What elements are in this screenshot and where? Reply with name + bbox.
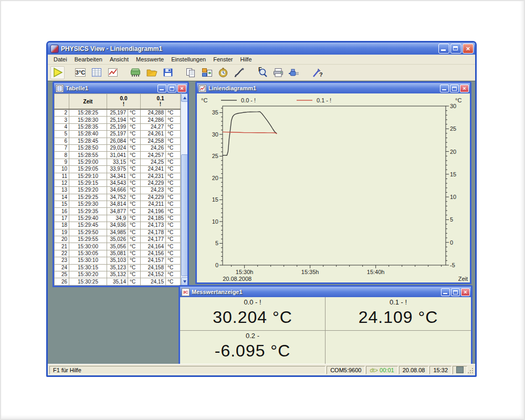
help-pointer-icon: ? (311, 67, 323, 78)
status-indicator-icon (456, 366, 464, 373)
channel1-header: 0.1! (141, 94, 181, 110)
channel-value: -6.095 °C (215, 340, 291, 362)
table-row: 1915:29:5034,985°C24,178°C (55, 229, 181, 236)
table-row: 1315:29:2034,666°C24,23°C (55, 187, 181, 194)
svg-text:Zeit: Zeit (458, 276, 468, 282)
table-icon (91, 67, 102, 78)
menu-item-fenster[interactable]: Fenster (209, 55, 236, 64)
scroll-thumb[interactable] (181, 154, 187, 276)
display-minimize-button[interactable] (441, 288, 450, 296)
scroll-up-button[interactable] (181, 93, 187, 102)
status-com-port: COM5:9600 (327, 366, 365, 374)
table-row: 815:28:5531,041°C24,257°C (55, 152, 181, 159)
chart-window-icon (198, 85, 206, 92)
chart-window-titlebar[interactable]: Liniendiagramm1 × (197, 83, 470, 93)
channel-label: 0.1 - ! (390, 298, 407, 306)
open-file-button[interactable] (144, 66, 159, 79)
chart-close-button[interactable]: × (460, 85, 469, 92)
connect-device-button[interactable] (287, 66, 301, 79)
scroll-track[interactable] (181, 102, 187, 277)
status-indicator (453, 366, 467, 374)
table-row: 2615:30:2535,14°C24,15°C (55, 278, 181, 286)
save-file-button[interactable] (161, 66, 175, 79)
menu-item-ansicht[interactable]: Ansicht (106, 55, 132, 64)
svg-text:0.0 - !: 0.0 - ! (241, 97, 256, 103)
table-row: 2115:30:0035,056°C24,164°C (55, 243, 181, 250)
status-time: 15:32 (429, 366, 452, 374)
zoom-icon: F (256, 67, 268, 78)
channel-label: 0.0 - ! (244, 298, 261, 306)
svg-text:5: 5 (450, 216, 453, 223)
export-icon (201, 67, 213, 78)
copy-button[interactable] (183, 66, 197, 79)
svg-text:35: 35 (212, 109, 218, 116)
resize-grip[interactable] (468, 366, 474, 374)
new-table-button[interactable] (89, 66, 103, 79)
menu-bar: DateiBearbeitenAnsichtMesswerteEinstellu… (48, 55, 475, 65)
context-help-button[interactable]: ? (310, 66, 324, 79)
svg-text:0.1 - !: 0.1 - ! (317, 97, 331, 103)
table-row: 1015:29:0533,975°C24,241°C (55, 166, 181, 173)
svg-text:?: ? (319, 71, 323, 78)
table-maximize-button[interactable] (167, 85, 176, 92)
new-measurement-display-button[interactable]: 3°C (73, 66, 87, 79)
table-minimize-button[interactable] (158, 85, 166, 92)
menu-item-hilfe[interactable]: Hilfe (237, 55, 256, 64)
display-window-title: Messwertanzeige1 (192, 289, 440, 295)
table-scrollbar[interactable] (181, 93, 187, 286)
module-icon (130, 67, 141, 78)
svg-text:10: 10 (212, 218, 218, 225)
probe-settings-button[interactable] (232, 66, 246, 79)
maximize-icon (452, 87, 457, 91)
table-window-title: Tabelle1 (66, 85, 156, 91)
arrow-up-icon (183, 97, 186, 99)
svg-text:30: 30 (450, 103, 456, 109)
table-close-button[interactable]: × (177, 85, 186, 92)
svg-text:10: 10 (450, 194, 456, 200)
svg-text:25: 25 (212, 153, 218, 159)
maximize-icon (170, 87, 174, 91)
app-titlebar[interactable]: PHYSICS View - Liniendiagramm1 × (48, 43, 475, 55)
svg-text:0: 0 (450, 239, 453, 246)
app-close-button[interactable]: × (463, 44, 474, 54)
app-minimize-button[interactable] (438, 44, 449, 54)
app-window: PHYSICS View - Liniendiagramm1 × DateiBe… (46, 41, 477, 377)
display-close-button[interactable]: × (461, 288, 470, 296)
svg-text:30: 30 (212, 131, 218, 138)
module-settings-button[interactable] (128, 66, 142, 79)
menu-item-datei[interactable]: Datei (50, 55, 71, 64)
display-maximize-button[interactable] (451, 288, 460, 296)
table-row: 415:28:3525,199°C24,27°C (55, 123, 181, 130)
display-window-titlebar[interactable]: 3C Messwertanzeige1 × (180, 287, 471, 297)
svg-text:20: 20 (450, 149, 456, 155)
minimize-icon (443, 293, 447, 294)
chart-maximize-button[interactable] (450, 85, 459, 92)
new-line-chart-button[interactable] (106, 66, 120, 79)
export-button[interactable] (200, 66, 214, 79)
menu-item-einstellungen[interactable]: Einstellungen (167, 55, 209, 64)
app-maximize-button[interactable] (450, 44, 461, 54)
minimize-icon (441, 49, 446, 51)
channel-value: 24.109 °C (359, 306, 438, 328)
svg-text:20: 20 (212, 175, 218, 181)
zoom-view-button[interactable]: F (255, 66, 269, 79)
table-window-titlebar[interactable]: Tabelle1 × (54, 83, 187, 93)
close-icon: × (178, 85, 186, 92)
app-title: PHYSICS View - Liniendiagramm1 (61, 45, 438, 52)
dt-value: 00:01 (380, 367, 394, 373)
timer-settings-button[interactable] (216, 66, 230, 79)
dt-label: dt> (370, 367, 378, 373)
chart-minimize-button[interactable] (440, 85, 449, 92)
print-button[interactable] (271, 66, 285, 79)
corner-header (55, 94, 69, 110)
connect-icon (289, 67, 300, 78)
start-measurement-button[interactable] (50, 66, 65, 79)
table-window: Tabelle1 × Zeit 0.0! 0.1! (52, 81, 189, 287)
menu-item-messwerte[interactable]: Messwerte (132, 55, 167, 64)
scroll-down-button[interactable] (181, 277, 187, 286)
measurement-table: Zeit 0.0! 0.1! 215:28:2525,197°C24,288°C… (54, 93, 181, 286)
play-icon (52, 67, 64, 78)
display-cell-01: 0.1 - ! 24.109 °C (326, 297, 471, 331)
menu-item-bearbeiten[interactable]: Bearbeiten (71, 55, 106, 64)
display-cell-empty (326, 331, 471, 364)
